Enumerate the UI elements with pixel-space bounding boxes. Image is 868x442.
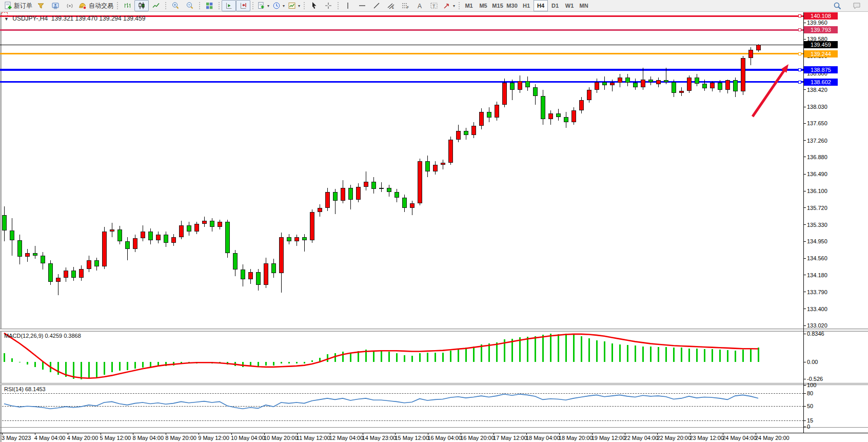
search-button[interactable]: [830, 0, 844, 11]
toolbar-separator: [165, 2, 167, 10]
svg-text:A: A: [418, 3, 422, 10]
fibonacci-button[interactable]: F: [398, 0, 412, 11]
candle-body: [25, 253, 30, 257]
chevron-down-icon[interactable]: ▼: [4, 16, 9, 22]
vertical-line-button[interactable]: [341, 0, 355, 11]
candle-body: [156, 235, 161, 240]
channel-button[interactable]: E: [384, 0, 398, 11]
text-button[interactable]: A: [412, 0, 427, 11]
macd-axis-label: 0.8346: [807, 331, 824, 337]
candle-body: [433, 165, 438, 171]
candle-body: [525, 81, 530, 87]
price-tick-label: 136.490: [807, 171, 827, 177]
hline-139.244[interactable]: [0, 53, 803, 54]
label-button[interactable]: T: [427, 0, 441, 11]
timeframe-button-m15[interactable]: M15: [490, 0, 505, 11]
bar-chart-button[interactable]: [120, 0, 134, 11]
chart-symbol-period: USDJPY-,H4: [12, 15, 48, 22]
tile-windows-button[interactable]: [202, 0, 216, 11]
price-tick-label: 135.330: [807, 222, 827, 228]
price-tick-label: 136.880: [807, 154, 827, 160]
time-tick-label: 4 May 04:00: [34, 435, 66, 441]
line-chart-button[interactable]: [149, 0, 163, 11]
price-tick-label: 135.720: [807, 205, 827, 211]
timeframe-button-m30[interactable]: M30: [505, 0, 519, 11]
hline-138.602[interactable]: [0, 81, 803, 83]
cursor-button[interactable]: [307, 0, 321, 11]
candle-body: [625, 78, 630, 83]
candle-body: [448, 140, 453, 163]
period-clock-button[interactable]: ▾: [271, 0, 286, 11]
timeframe-button-m1[interactable]: M1: [462, 0, 476, 11]
candle-body: [656, 80, 661, 84]
timeframe-button-h4[interactable]: H4: [534, 0, 548, 11]
candle-body: [487, 112, 491, 118]
trend-arrow-annotation[interactable]: [739, 51, 868, 128]
hline-139.793[interactable]: [0, 29, 803, 31]
user-monitor-button[interactable]: [48, 0, 63, 11]
candle-body: [71, 271, 76, 278]
candle-body: [479, 112, 484, 126]
crosshair-button[interactable]: [321, 0, 336, 11]
svg-text:E: E: [392, 6, 394, 9]
funnel-button[interactable]: [34, 0, 48, 11]
timeframe-button-m5[interactable]: M5: [476, 0, 490, 11]
add-indicator-button[interactable]: ▾: [255, 0, 271, 11]
zoom-in-button[interactable]: [168, 0, 183, 11]
signal-button[interactable]: [63, 0, 77, 11]
toolbar-separator: [303, 2, 305, 10]
candle-body: [687, 78, 692, 91]
timeframe-button-d1[interactable]: D1: [548, 0, 562, 11]
notifications-button[interactable]: 1: [850, 0, 864, 11]
time-axis-border: [0, 433, 868, 433]
candlestick-chart-button[interactable]: [134, 0, 149, 11]
candle-body: [133, 238, 137, 248]
time-tick-label: 12 May 04:00: [329, 435, 364, 441]
time-tick-mark: [494, 433, 494, 435]
candle-body: [718, 83, 722, 90]
chart-autoscroll-button[interactable]: [236, 0, 250, 11]
new-order-button[interactable]: 新订单: [2, 0, 34, 11]
candle-body: [294, 237, 299, 242]
timeframe-button-mn[interactable]: MN: [577, 0, 591, 11]
hline-handle[interactable]: [798, 14, 801, 17]
hline-138.875[interactable]: [0, 69, 803, 71]
candle-body: [318, 208, 322, 213]
time-tick-mark: [756, 433, 756, 435]
candle-body: [633, 83, 638, 87]
horizontal-line-button[interactable]: [355, 0, 369, 11]
candle-body: [2, 215, 7, 230]
time-tick-mark: [723, 433, 723, 435]
price-badge: 140.108: [804, 12, 838, 20]
candle-body: [441, 163, 445, 165]
time-tick-mark: [297, 433, 298, 435]
macd-values: 0.4259 0.3868: [45, 333, 81, 339]
timeframe-button-w1[interactable]: W1: [562, 0, 577, 11]
zoom-out-button[interactable]: [183, 0, 197, 11]
signal-icon: [66, 2, 74, 10]
price-tick-label: 137.260: [807, 138, 827, 144]
hline-handle[interactable]: [798, 28, 801, 31]
time-tick-mark: [101, 433, 101, 435]
candle-body: [256, 272, 261, 285]
trendline-button[interactable]: [369, 0, 384, 11]
candle-body: [56, 278, 61, 282]
template-chart-icon: [288, 2, 296, 10]
time-tick-mark: [199, 433, 199, 435]
candle-body: [356, 187, 361, 200]
time-tick-label: 8 May 04:00: [132, 435, 164, 441]
candlestick-chart-icon: [137, 2, 146, 10]
autotrading-hat-button[interactable]: 自动交易: [77, 0, 115, 11]
timeframe-button-h1[interactable]: H1: [519, 0, 534, 11]
time-tick-label: 10 May 04:00: [231, 435, 265, 441]
chart-shift-button[interactable]: [222, 0, 236, 11]
zoom-in-icon: [171, 2, 180, 10]
candle-body: [695, 78, 699, 84]
candle-body: [148, 232, 153, 240]
time-tick-label: 11 May 12:00: [297, 435, 330, 441]
candle-body: [595, 82, 599, 90]
arrows-button[interactable]: ▾: [441, 0, 457, 11]
time-tick-label: 8 May 20:00: [165, 435, 196, 441]
candle-body: [179, 225, 184, 237]
template-chart-button[interactable]: ▾: [286, 0, 302, 11]
